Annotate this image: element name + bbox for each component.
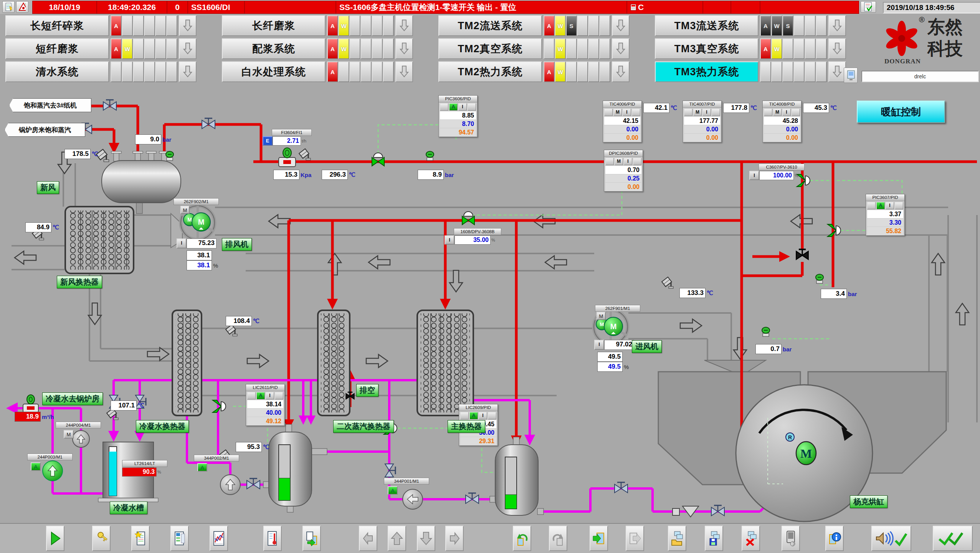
pv: 8.85 [440, 111, 476, 119]
toolbar-info-button[interactable] [825, 526, 844, 551]
label-fresh-air-hx: 新风换热器 [57, 276, 102, 288]
toolbar-page-exit-button[interactable] [626, 526, 644, 551]
toolbar-forward-button[interactable] [445, 526, 464, 551]
faceplate-pic3606[interactable]: PIC3606/PID AI 8.85 8.70 94.57 [438, 95, 478, 137]
pump-344p001[interactable] [403, 489, 423, 509]
tag-steam-to-pm3: 饱和蒸汽去3#纸机 [9, 98, 91, 112]
label-fresh-air: 新风 [37, 181, 59, 194]
measure-tic4008: 45.3℃ [803, 103, 837, 113]
flash-tank-lic2609 [490, 437, 544, 515]
toolbar-run-button[interactable] [46, 526, 64, 551]
label-condensate-to-boiler: 冷凝水去锅炉房 [42, 392, 103, 405]
toolbar-alarm-ack-button[interactable] [871, 526, 911, 551]
motor-f901-mode[interactable]: M [597, 312, 606, 320]
pump-344p002[interactable] [220, 475, 240, 495]
toolbar-trend-button[interactable] [210, 526, 228, 551]
label-secondary-steam-hx: 二次蒸汽换热器 [333, 420, 394, 433]
pump-344p001-mode[interactable]: A [388, 486, 398, 495]
hmi-screen: 18/10/19 18:49:20.326 0 SS1606/DI SS-160… [0, 0, 980, 553]
toolbar-page-switch-button[interactable] [302, 526, 321, 551]
measure-air-temp-1071: 107.1℃ [111, 401, 144, 411]
tagplate-262f902[interactable]: 262F902/M1 [174, 198, 219, 205]
toolbar-alarm-summary-button[interactable] [131, 526, 150, 551]
toolbar-page-down-button[interactable] [417, 526, 435, 551]
svg-text:M: M [600, 321, 604, 327]
label-exhaust-fan: 排风机 [222, 238, 252, 251]
toolbar-delete-button[interactable] [742, 526, 760, 551]
pump-244p004[interactable] [73, 430, 89, 447]
svg-text:M: M [800, 447, 812, 460]
toolbar [0, 523, 980, 553]
toolbar-undo-button[interactable] [513, 526, 531, 551]
pump-244p003-mode[interactable]: A [31, 462, 41, 471]
pump-244p003[interactable] [43, 461, 63, 481]
toolbar-temperature-log-button[interactable] [263, 526, 282, 551]
readout-f902-sp: 38.1% [187, 260, 218, 270]
toolbar-back-button[interactable] [359, 526, 377, 551]
label-condensate-hx: 冷凝水换热器 [136, 420, 189, 433]
secondary-steam-heat-exchanger [318, 310, 350, 416]
measure-drum-pressure: 9.0bar [135, 134, 171, 144]
faceplate-tic4006[interactable]: TIC4006/PID MI 42.15 0.00 0.00 [603, 101, 642, 142]
svg-text:R: R [788, 434, 792, 440]
toolbar-page-enter-button[interactable] [590, 526, 608, 551]
tagplate-344p002[interactable]: 344P002/M1 [194, 455, 239, 462]
faceplate-tic4008[interactable]: TIC4008/PID MI 45.28 0.00 0.00 [762, 101, 802, 142]
main-heat-exchanger [417, 310, 473, 416]
toolbar-login-key-button[interactable] [92, 526, 111, 551]
toolbar-redo-button[interactable] [549, 526, 567, 551]
toolbar-ack-all-button[interactable] [933, 526, 973, 551]
label-condensate-tank: 冷凝水槽 [110, 502, 147, 514]
measure-tic4006: 42.1℃ [643, 103, 677, 113]
steam-drum [96, 149, 181, 214]
faceplate-dpic3608[interactable]: DPIC3608/PID MI 0.70 0.25 0.00 [604, 150, 643, 192]
label-supply-fan: 进风机 [632, 340, 662, 353]
pump-244p004-mode[interactable]: M [64, 430, 74, 439]
toolbar-save-button[interactable] [705, 526, 723, 551]
readout-f902-pv: 38.1 [187, 250, 212, 260]
measure-exhaust-temp: 84.9℃ [25, 222, 59, 232]
svg-text:M: M [610, 322, 617, 331]
label-vent: 排空 [356, 384, 378, 397]
tagplate-344p001[interactable]: 344P001/M1 [384, 478, 429, 485]
measure-steam-flow-press: 15.3Kpa [273, 170, 311, 180]
faceplate-tic4007[interactable]: TIC4007/PID MI 177.77 0.00 0.00 [683, 101, 722, 142]
toolbar-report-button[interactable] [170, 526, 189, 551]
faceplate-lt2614[interactable]: LT2614/LT 90.3% [122, 460, 167, 477]
svg-text:M: M [187, 217, 192, 223]
readout-f902-speed: I75.23 [177, 238, 216, 248]
measure-steam-temp: 296.3℃ [322, 170, 355, 180]
op: 94.57 [440, 128, 476, 136]
flowmeter-fi189 [23, 395, 38, 412]
faceplate-lic2611[interactable]: LIC2611/PID AI 38.14 40.00 49.12 [246, 384, 285, 426]
readout-f901-sp: 49.5% [597, 362, 629, 372]
flowmeter-fi3604 [279, 148, 296, 167]
tagplate-244p003[interactable]: 244P003/M1 [27, 454, 73, 460]
svg-text:M: M [198, 218, 205, 226]
fresh-air-heat-exchanger [65, 207, 134, 273]
sp: 8.70 [440, 120, 476, 128]
faceplate-dpv3608[interactable]: 1608/DPV-3608B I35.00% [445, 228, 501, 245]
condensate-heat-exchanger [172, 310, 202, 416]
tagplate-244p004[interactable]: 244P004/M1 [56, 422, 101, 429]
toolbar-device-button[interactable] [782, 526, 800, 551]
tagplate-262f901[interactable]: 262F901/M1 [595, 305, 640, 312]
faceplate-fi3604[interactable]: FI3604/FI1 E2.71t/h [263, 129, 312, 146]
pump-344p002-mode[interactable]: A [197, 463, 207, 472]
flash-tank-lic2611 [263, 424, 327, 512]
label-main-hx: 主换热器 [448, 420, 485, 433]
measure-hood-temp: 133.3℃ [679, 288, 713, 298]
toolbar-window-copy-button[interactable] [668, 526, 686, 551]
faceplate-pic3607[interactable]: PIC3607/PID AI 3.37 3.30 55.82 [866, 194, 905, 236]
faceplate-pv3610[interactable]: C3607/PV-3610 I100.00% [749, 164, 805, 180]
motor-f902-mode[interactable]: M [180, 206, 190, 214]
tag-steam-from-boiler: 锅炉房来饱和蒸汽 [5, 123, 85, 137]
measure-dryer-pressure: 3.4bar [821, 289, 857, 299]
measure-drum-temp: 178.5℃ [64, 149, 98, 159]
toolbar-page-up-button[interactable] [388, 526, 406, 551]
measure-condensate-temp: 95.3℃ [236, 442, 269, 452]
measure-tic4007: 177.8℃ [723, 103, 757, 113]
warm-cylinder-control-button[interactable]: 暖缸控制 [857, 101, 945, 123]
measure-condensate-flow: 18.9m³/h [15, 412, 54, 422]
measure-supply-pressure: 0.7bar [755, 344, 792, 354]
